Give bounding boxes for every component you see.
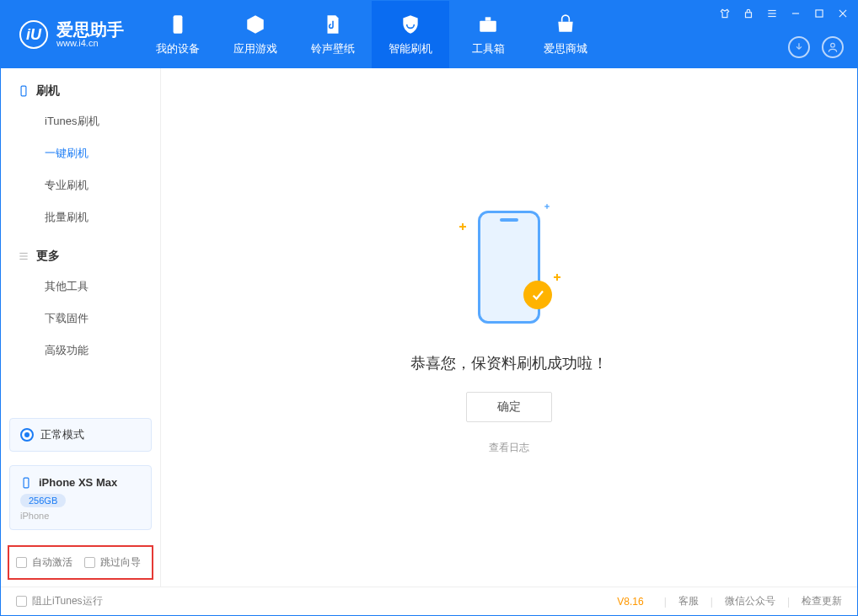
sidebar-item-download-firmware[interactable]: 下载固件 (1, 303, 160, 335)
body: 刷机 iTunes刷机 一键刷机 专业刷机 批量刷机 更多 其他工具 下载固件 … (1, 68, 857, 587)
sparkle-icon (544, 204, 550, 209)
mode-indicator-icon (20, 428, 34, 442)
sidebar-item-other-tools[interactable]: 其他工具 (1, 271, 160, 303)
opt-label: 自动激活 (32, 555, 72, 570)
app-title: 爱思助手 (56, 21, 124, 38)
sidebar: 刷机 iTunes刷机 一键刷机 专业刷机 批量刷机 更多 其他工具 下载固件 … (1, 68, 161, 587)
check-badge-icon (523, 281, 552, 309)
opt-label: 阻止iTunes运行 (32, 594, 103, 608)
sidebar-group-more: 更多 (1, 233, 160, 271)
music-file-icon (321, 13, 345, 36)
opt-label: 跳过向导 (100, 555, 141, 570)
nav-ringtones-wallpapers[interactable]: 铃声壁纸 (294, 1, 372, 68)
logo-text: 爱思助手 www.i4.cn (56, 21, 124, 48)
block-itunes-checkbox[interactable]: 阻止iTunes运行 (16, 594, 103, 608)
nav-label: 智能刷机 (389, 41, 432, 56)
main-content: 恭喜您，保资料刷机成功啦！ 确定 查看日志 (161, 68, 857, 587)
svg-rect-12 (21, 86, 26, 96)
sidebar-item-pro-flash[interactable]: 专业刷机 (1, 169, 160, 201)
footer-link-update[interactable]: 检查更新 (802, 594, 842, 608)
device-capacity: 256GB (20, 494, 66, 507)
sidebar-group-title: 刷机 (36, 83, 60, 99)
user-icon[interactable] (822, 36, 844, 58)
window-controls (717, 6, 850, 21)
logo-icon: iU (19, 20, 48, 49)
phone-icon (166, 13, 190, 36)
sparkle-icon (554, 274, 560, 281)
checkbox-icon (84, 557, 95, 568)
checkbox-icon (16, 557, 27, 568)
lock-icon[interactable] (741, 6, 756, 21)
shirt-icon[interactable] (717, 6, 732, 21)
nav-label: 应用游戏 (233, 41, 277, 56)
sidebar-item-oneclick-flash[interactable]: 一键刷机 (1, 137, 160, 169)
svg-rect-3 (746, 13, 752, 18)
svg-rect-1 (480, 21, 496, 32)
svg-rect-2 (485, 17, 491, 20)
store-icon (554, 13, 577, 36)
skip-guide-checkbox[interactable]: 跳过向导 (84, 555, 141, 570)
menu-icon[interactable] (764, 6, 780, 21)
device-type: iPhone (20, 511, 141, 521)
cube-icon (244, 13, 267, 36)
shield-refresh-icon (399, 13, 422, 36)
nav-label: 爱思商城 (544, 41, 587, 56)
nav-toolbox[interactable]: 工具箱 (449, 1, 527, 68)
sidebar-group-title: 更多 (36, 249, 60, 264)
header: iU 爱思助手 www.i4.cn 我的设备 应用游戏 铃声壁纸 智能刷机 (1, 1, 857, 68)
toolbox-icon (476, 13, 500, 36)
ok-button[interactable]: 确定 (466, 392, 552, 422)
footer-link-wechat[interactable]: 微信公众号 (725, 594, 775, 608)
download-icon[interactable] (788, 36, 810, 58)
nav-label: 工具箱 (472, 41, 505, 56)
sidebar-item-advanced[interactable]: 高级功能 (1, 335, 160, 367)
footer: 阻止iTunes运行 V8.16 | 客服 | 微信公众号 | 检查更新 (1, 587, 857, 615)
device-name-label: iPhone XS Max (39, 476, 117, 489)
app-window: iU 爱思助手 www.i4.cn 我的设备 应用游戏 铃声壁纸 智能刷机 (0, 0, 858, 616)
device-small-icon (20, 477, 32, 489)
top-nav: 我的设备 应用游戏 铃声壁纸 智能刷机 工具箱 爱思商城 (139, 1, 604, 68)
device-box[interactable]: iPhone XS Max 256GB iPhone (9, 465, 152, 530)
svg-rect-16 (24, 478, 29, 488)
nav-label: 铃声壁纸 (311, 41, 355, 56)
auto-activate-checkbox[interactable]: 自动激活 (16, 555, 72, 570)
close-button[interactable] (835, 6, 850, 21)
minimize-button[interactable] (788, 6, 803, 21)
sidebar-item-batch-flash[interactable]: 批量刷机 (1, 201, 160, 233)
version-label: V8.16 (617, 596, 643, 608)
success-illustration (463, 200, 555, 335)
sparkle-icon (459, 223, 466, 230)
bottom-options-highlight: 自动激活 跳过向导 (8, 545, 153, 580)
checkbox-icon (16, 596, 27, 607)
list-icon (18, 250, 29, 262)
footer-links: | 客服 | 微信公众号 | 检查更新 (664, 594, 842, 608)
maximize-button[interactable] (812, 6, 827, 21)
footer-link-service[interactable]: 客服 (678, 594, 699, 608)
sidebar-item-itunes-flash[interactable]: iTunes刷机 (1, 105, 160, 137)
sidebar-group-flash: 刷机 (1, 68, 160, 105)
svg-rect-8 (816, 10, 823, 17)
view-log-link[interactable]: 查看日志 (489, 441, 529, 455)
nav-label: 我的设备 (156, 41, 200, 56)
success-message: 恭喜您，保资料刷机成功啦！ (410, 353, 608, 373)
logo[interactable]: iU 爱思助手 www.i4.cn (1, 1, 139, 68)
svg-rect-0 (174, 15, 183, 34)
mode-box[interactable]: 正常模式 (9, 418, 152, 452)
header-action-icons (788, 36, 844, 58)
nav-apps-games[interactable]: 应用游戏 (217, 1, 294, 68)
device-icon (18, 85, 29, 97)
nav-my-device[interactable]: 我的设备 (139, 1, 217, 68)
app-subtitle: www.i4.cn (56, 38, 124, 48)
nav-smart-flash[interactable]: 智能刷机 (372, 1, 449, 68)
svg-point-11 (831, 43, 835, 47)
mode-label: 正常模式 (40, 427, 84, 442)
nav-store[interactable]: 爱思商城 (527, 1, 604, 68)
